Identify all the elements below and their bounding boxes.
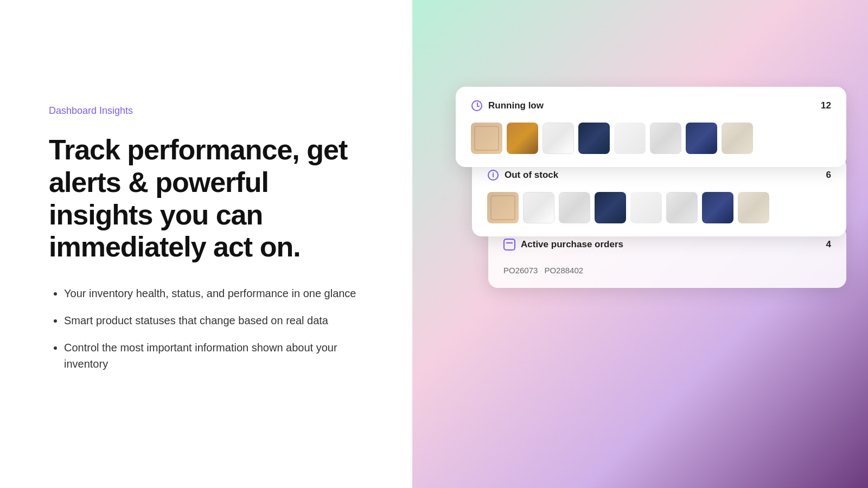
- purchase-icon: [503, 239, 515, 251]
- out-of-stock-products: [487, 192, 831, 223]
- product-thumb[interactable]: [507, 123, 538, 154]
- feature-list: Your inventory health, status, and perfo…: [49, 285, 363, 383]
- product-thumb[interactable]: [523, 192, 554, 223]
- card-title-group: Active purchase orders: [503, 239, 623, 251]
- product-thumb[interactable]: [650, 123, 681, 154]
- cards-container: Running low 12 i: [456, 87, 846, 288]
- product-thumb[interactable]: [559, 192, 590, 223]
- po-tag-2[interactable]: PO288402: [544, 266, 583, 275]
- running-low-count: 12: [821, 100, 831, 111]
- bullet-item-3: Control the most important information s…: [64, 339, 363, 372]
- main-heading: Track performance, get alerts & powerful…: [49, 134, 363, 264]
- product-thumb[interactable]: [614, 123, 646, 154]
- card-header: i Out of stock 6: [487, 169, 831, 181]
- product-thumb[interactable]: [578, 123, 610, 154]
- out-of-stock-card[interactable]: i Out of stock 6: [472, 156, 846, 236]
- product-thumb[interactable]: [630, 192, 662, 223]
- out-of-stock-title: Out of stock: [505, 170, 558, 181]
- left-panel: Dashboard Insights Track performance, ge…: [0, 0, 412, 488]
- section-label: Dashboard Insights: [49, 105, 363, 117]
- purchase-orders-list: PO26073 PO288402: [503, 261, 831, 275]
- product-thumb[interactable]: [487, 192, 519, 223]
- running-low-products: [471, 123, 831, 154]
- product-thumb[interactable]: [542, 123, 574, 154]
- purchase-orders-count: 4: [826, 239, 831, 250]
- product-thumb[interactable]: [666, 192, 698, 223]
- card-header: Running low 12: [471, 100, 831, 112]
- product-thumb[interactable]: [686, 123, 717, 154]
- po-tag-1[interactable]: PO26073: [503, 266, 538, 275]
- purchase-orders-title: Active purchase orders: [521, 239, 623, 250]
- product-thumb[interactable]: [738, 192, 769, 223]
- right-panel: Running low 12 i: [412, 0, 868, 488]
- card-title-group: i Out of stock: [487, 169, 558, 181]
- running-low-card[interactable]: Running low 12: [456, 87, 846, 167]
- product-thumb[interactable]: [722, 123, 753, 154]
- product-thumb[interactable]: [471, 123, 502, 154]
- card-header: Active purchase orders 4: [503, 239, 831, 251]
- out-of-stock-count: 6: [826, 170, 831, 181]
- product-thumb[interactable]: [702, 192, 733, 223]
- bullet-item-2: Smart product statuses that change based…: [64, 312, 363, 329]
- clock-icon: [471, 100, 483, 112]
- running-low-title: Running low: [488, 100, 544, 111]
- product-thumb[interactable]: [595, 192, 626, 223]
- bullet-item-1: Your inventory health, status, and perfo…: [64, 285, 363, 301]
- card-title-group: Running low: [471, 100, 544, 112]
- info-icon: i: [487, 169, 499, 181]
